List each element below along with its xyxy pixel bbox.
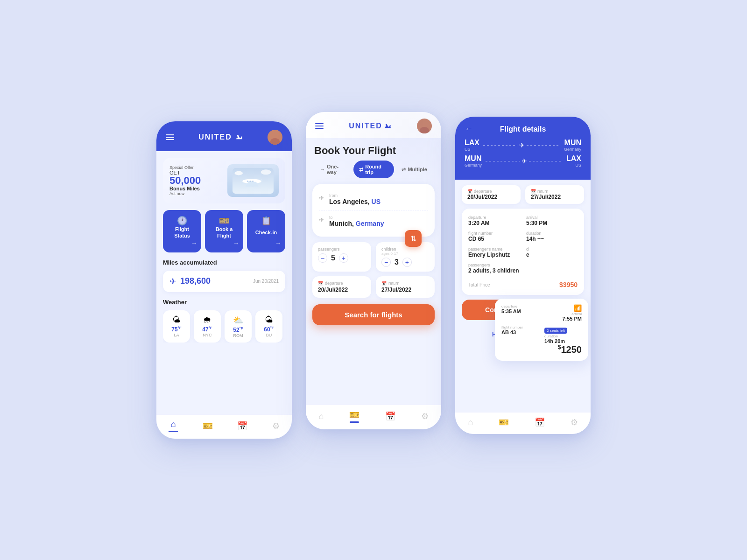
fc-flight-num-value: AB 43	[501, 329, 539, 335]
duration-item: duration 14h ~~	[526, 231, 578, 242]
flight-num-item: flight number CD 65	[468, 231, 520, 242]
arrival-time-item: arrival 5:30 PM	[526, 215, 578, 226]
nav2-home[interactable]: ⌂	[318, 412, 324, 421]
outbound-to-iata: MUN	[564, 139, 581, 147]
swap-routes-button[interactable]: ⇅	[405, 230, 422, 247]
weather-nyc-icon: 🌧	[198, 315, 216, 325]
date-selector: 📅 departure 20/Jul/2022 📅 return 27/Jul/…	[455, 180, 591, 204]
ret-date-label: return	[537, 189, 549, 194]
nav3-calendar[interactable]: 📅	[535, 417, 545, 427]
children-increment[interactable]: +	[402, 258, 412, 267]
checkin-arrow: →	[275, 239, 282, 247]
to-row[interactable]: ✈ to Munich, Germany	[319, 212, 428, 230]
outbound-plane-icon: ✈	[519, 141, 525, 149]
flight-status-label: Flight Status	[167, 226, 197, 239]
avatar-2[interactable]	[417, 119, 432, 133]
class-value: e	[526, 252, 578, 258]
tab-multiple[interactable]: ⇌ Multiple	[396, 163, 433, 176]
class-item: cl e	[526, 247, 578, 258]
book-flight-button[interactable]: 🎫 Book a Flight →	[205, 210, 243, 252]
miles-card: ✈ 198,600 Jun 20/2021	[163, 271, 285, 292]
calendar-icon-3: 📅	[535, 417, 545, 427]
weather-rom-icon: ⛅	[229, 315, 247, 325]
arrival-time-value: 5:30 PM	[526, 220, 578, 226]
passengers-item: passengers 2 adults, 3 children	[468, 263, 578, 274]
nav2-tickets[interactable]: 🎫	[349, 410, 359, 423]
weather-nyc-temp: 47°F	[198, 326, 216, 333]
children-decrement[interactable]: −	[381, 258, 391, 267]
passengers-increment[interactable]: +	[339, 253, 348, 263]
booking-title: Book Your Flight	[306, 138, 441, 161]
checkin-button[interactable]: 📋 Check-in →	[247, 210, 285, 252]
from-row[interactable]: ✈ from Los Angeles, US	[319, 190, 428, 208]
nav-tickets[interactable]: 🎫	[203, 421, 213, 431]
checkin-icon: 📋	[261, 216, 271, 226]
menu-button[interactable]	[166, 134, 174, 140]
nav2-settings[interactable]: ⚙	[421, 411, 429, 421]
home-icon-3: ⌂	[468, 418, 473, 427]
nav-settings[interactable]: ⚙	[272, 421, 280, 431]
avatar[interactable]	[268, 130, 282, 145]
tab-oneway[interactable]: → One-way	[314, 161, 352, 178]
miles-date: Jun 20/2021	[253, 279, 279, 284]
menu-button-2[interactable]	[315, 123, 324, 129]
from-city: Los Angeles, US	[329, 198, 381, 205]
departure-label: departure	[325, 281, 343, 286]
passengers-decrement[interactable]: −	[318, 253, 327, 263]
logo-text: UNITED	[198, 133, 232, 141]
nav2-calendar[interactable]: 📅	[385, 411, 395, 421]
settings-icon-2: ⚙	[421, 411, 429, 421]
miles-amount: 198,600	[180, 276, 211, 286]
ret-date-sel[interactable]: 📅 return 27/Jul/2022	[525, 185, 584, 204]
return-to-country: US	[566, 163, 581, 168]
floating-flight-card: departure 5:35 AM 📶 arrival 7:55 PM flig…	[495, 299, 588, 361]
book-flight-arrow: →	[233, 239, 240, 247]
nav-home[interactable]: ⌂	[169, 420, 178, 432]
fc-arrival-time: 7:55 PM	[562, 316, 582, 322]
nav3-home[interactable]: ⌂	[468, 418, 473, 427]
tickets-icon-3: 🎫	[499, 417, 509, 427]
logo-text-2: UNITED	[349, 122, 382, 130]
trip-tabs: → One-way ⇄ Round trip ⇌ Multiple	[306, 161, 441, 184]
settings-icon-3: ⚙	[571, 417, 578, 427]
weather-la-icon: 🌤	[168, 315, 185, 325]
return-date-card[interactable]: 📅 return 27/Jul/2022	[376, 276, 435, 298]
weather-la-temp: 75°F	[168, 326, 185, 333]
search-flights-label: Search for flights	[345, 311, 402, 319]
oneway-icon: →	[320, 167, 325, 172]
promo-banner[interactable]: Special Offer GET 50,000 Bonus Miles Act…	[163, 158, 285, 203]
ret-date-value: 27/Jul/2022	[531, 194, 578, 200]
fc-flight-num-item: flight number AB 43	[501, 325, 539, 344]
phone3-header: ← Flight details LAX US ✈ MUN Germany	[455, 117, 591, 180]
outbound-from-iata: LAX	[465, 139, 479, 147]
weather-bu: 🌤 60°F BU	[255, 310, 282, 343]
nav3-settings[interactable]: ⚙	[571, 417, 578, 427]
home-icon: ⌂	[171, 420, 176, 429]
weather-la-city: LA	[168, 333, 185, 337]
phone3-navbar: ⌂ 🎫 📅 ⚙	[455, 412, 591, 434]
tab-roundtrip[interactable]: ⇄ Round trip	[353, 161, 394, 178]
passenger-name-value: Emery Lipshutz	[468, 252, 520, 258]
back-button[interactable]: ←	[465, 124, 473, 134]
passenger-name-item: passenger's name Emery Lipshutz	[468, 247, 520, 258]
weather-rom-city: ROM	[229, 333, 247, 338]
svg-point-10	[261, 169, 271, 175]
passengers-label: passengers	[318, 247, 366, 252]
svg-point-8	[252, 180, 254, 182]
nav3-tickets[interactable]: 🎫	[499, 417, 509, 427]
roundtrip-label: Round trip	[365, 164, 388, 175]
svg-point-7	[250, 180, 251, 182]
logo-icon-2	[383, 123, 392, 129]
dates-row: 📅 departure 20/Jul/2022 📅 return 27/Jul/…	[312, 276, 435, 298]
from-label: from	[329, 193, 381, 198]
dep-date-sel[interactable]: 📅 departure 20/Jul/2022	[462, 185, 521, 204]
nav-calendar[interactable]: 📅	[237, 421, 247, 431]
phone1-body: Special Offer GET 50,000 Bonus Miles Act…	[156, 151, 292, 439]
weather-la: 🌤 75°F LA	[163, 310, 190, 343]
flight-status-button[interactable]: 🕐 Flight Status →	[163, 210, 201, 252]
departure-date-card[interactable]: 📅 departure 20/Jul/2022	[312, 276, 371, 298]
passengers-value: 2 adults, 3 children	[468, 267, 578, 274]
miles-title: Miles accumulated	[163, 259, 285, 266]
search-flights-button[interactable]: Search for flights	[312, 304, 435, 325]
phone-2-booking: UNITED Book Your Flight → One-way ⇄ Roun…	[306, 112, 441, 429]
